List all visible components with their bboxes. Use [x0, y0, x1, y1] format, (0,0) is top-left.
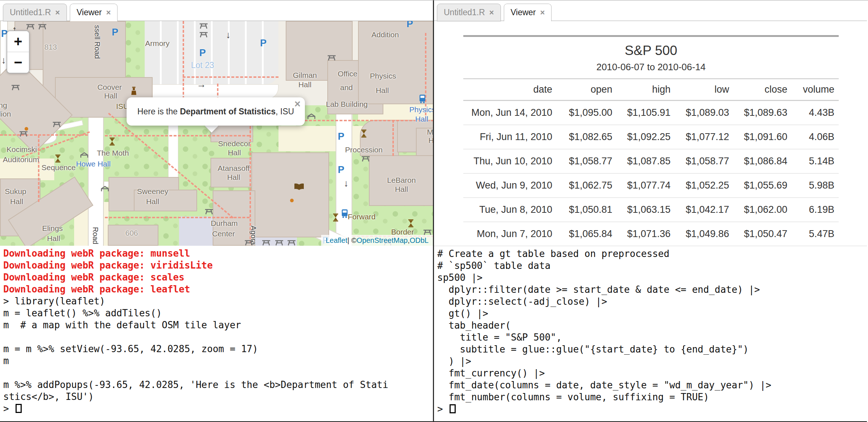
- table-cell: $1,095.00: [557, 101, 617, 125]
- table-cell: $1,086.84: [733, 149, 792, 173]
- tab-untitled1-r[interactable]: Untitled1.R×: [437, 4, 501, 21]
- map-attribution: Leaflet | © OpenStreetMap, ODbL: [321, 235, 433, 246]
- map-footpath: [105, 135, 250, 136]
- console-line: stics</b>, ISU'): [3, 391, 433, 403]
- map-label: The Moth: [97, 149, 129, 157]
- popup-close-icon[interactable]: ×: [294, 99, 301, 109]
- tab-viewer[interactable]: Viewer×: [70, 4, 118, 21]
- table-cell: $1,050.47: [733, 222, 792, 246]
- table-cell: $1,091.60: [733, 125, 792, 149]
- table-cell: $1,077.12: [675, 125, 733, 149]
- dot-icon: [290, 199, 294, 202]
- console-prompt-line[interactable]: >: [3, 403, 433, 415]
- table-cell: Fri, Jun 11, 2010: [463, 125, 557, 149]
- tab-label: Untitled1.R: [10, 8, 51, 17]
- parking-icon: P: [338, 165, 344, 175]
- map-label: 813: [44, 43, 57, 51]
- tab-close-icon[interactable]: ×: [489, 8, 494, 17]
- attribution-link[interactable]: OpenStreetMap: [357, 236, 408, 245]
- dot-icon: [25, 127, 28, 131]
- console-line: Downloading webR package: scales: [3, 271, 433, 283]
- tab-label: Viewer: [511, 8, 536, 17]
- hourglass-icon: [55, 155, 61, 163]
- map-footpath: [105, 217, 250, 218]
- table-cell: $1,058.77: [675, 149, 733, 173]
- table-cell: $1,050.81: [557, 198, 617, 222]
- map-label: Durham: [211, 219, 238, 228]
- zoom-in-button[interactable]: +: [7, 31, 29, 52]
- console-line: m # a map with the default OSM tile laye…: [3, 319, 433, 331]
- console-line: gt() |>: [437, 308, 867, 320]
- attribution-link[interactable]: Leaflet: [326, 236, 347, 245]
- table-row: Tue, Jun 8, 2010$1,050.81$1,063.15$1,042…: [463, 198, 839, 222]
- table-cell: Thu, Jun 10, 2010: [463, 149, 557, 173]
- picnic-icon: [423, 228, 432, 236]
- gt-table: S&P 500 2010-06-07 to 2010-06-14 dateope…: [463, 35, 839, 246]
- parking-icon: P: [112, 28, 118, 37]
- console-line: [3, 331, 433, 343]
- tab-close-icon[interactable]: ×: [55, 8, 60, 17]
- table-cell: Mon, Jun 7, 2010: [463, 222, 557, 246]
- right-console[interactable]: # Create a gt table based on preprocesse…: [434, 246, 867, 422]
- console-line: dplyr::select(-adj_close) |>: [437, 296, 867, 308]
- table-cell: $1,071.36: [617, 222, 675, 246]
- map-label: Kocimski: [7, 145, 37, 154]
- hourglass-icon: [408, 219, 414, 227]
- map-label: Hall: [10, 197, 23, 206]
- table-cell: $1,065.84: [557, 222, 617, 246]
- tab-close-icon[interactable]: ×: [540, 8, 545, 17]
- map-label: Procession: [345, 145, 383, 154]
- tab-close-icon[interactable]: ×: [106, 8, 111, 17]
- tab-untitled1-r[interactable]: Untitled1.R×: [3, 4, 67, 21]
- map-label: Hall: [47, 234, 60, 243]
- console-prompt-line[interactable]: >: [437, 403, 867, 415]
- table-column-header: low: [675, 79, 733, 101]
- map-label: H: [428, 136, 433, 145]
- picnic-icon: [199, 31, 208, 38]
- tab-viewer[interactable]: Viewer×: [504, 4, 552, 21]
- table-cell: Tue, Jun 8, 2010: [463, 198, 557, 222]
- map-label: Hall: [146, 197, 159, 206]
- table-row: Wed, Jun 9, 2010$1,062.75$1,077.74$1,052…: [463, 173, 839, 198]
- table-column-header: date: [463, 79, 557, 101]
- map-label: Hall: [104, 92, 117, 100]
- picnic-icon: [204, 208, 214, 215]
- left-console[interactable]: Downloading webR package: munsellDownloa…: [0, 246, 433, 422]
- picnic-icon: [275, 239, 284, 246]
- map-label: ng: [0, 101, 7, 110]
- console-line: fmt_currency() |>: [437, 367, 867, 379]
- console-line: # Create a gt table based on preprocesse…: [437, 248, 867, 260]
- table-column-header: volume: [792, 79, 839, 101]
- console-line: sp500 |>: [437, 272, 867, 284]
- picnic-icon: [52, 121, 61, 128]
- map-label: Road: [91, 227, 99, 244]
- table-cell: $1,055.69: [733, 173, 792, 198]
- map-label: Ma: [427, 128, 433, 136]
- console-line: > library(leaflet): [3, 295, 433, 307]
- arrow-down-icon: ↓: [344, 178, 349, 188]
- console-line: dplyr::filter(date >= start_date & date …: [437, 284, 867, 296]
- map-building-atanasoff: [210, 158, 253, 187]
- book-icon: [294, 183, 305, 191]
- map-label: Physics: [370, 72, 396, 80]
- parking-icon: P: [199, 48, 206, 58]
- map-label: Hall: [227, 173, 240, 182]
- attribution-link[interactable]: ODbL: [410, 236, 429, 245]
- zoom-out-button[interactable]: −: [7, 52, 29, 73]
- console-line: fmt_number(columns = volume, suffixing =…: [437, 391, 867, 403]
- map-footpath: [392, 120, 394, 156]
- console-cursor[interactable]: [16, 404, 22, 413]
- console-cursor[interactable]: [450, 404, 456, 413]
- tab-label: Viewer: [77, 8, 102, 17]
- right-tab-bar: Untitled1.R×Viewer×: [434, 0, 867, 21]
- map-label: Hall: [376, 86, 389, 95]
- bus-icon: [419, 94, 426, 104]
- hourglass-icon: [333, 214, 339, 221]
- map-label: Hall: [415, 115, 428, 123]
- leaflet-map[interactable]: AdditionArmory813Lot 23ISU PoliceGilmanH…: [0, 21, 433, 246]
- table-cell: $1,092.25: [617, 125, 675, 149]
- map-label: Snedecor: [218, 139, 251, 148]
- map-label: Coover: [97, 83, 122, 92]
- arrow-down-icon: ↓: [1, 55, 6, 65]
- parking-icon: P: [260, 38, 267, 48]
